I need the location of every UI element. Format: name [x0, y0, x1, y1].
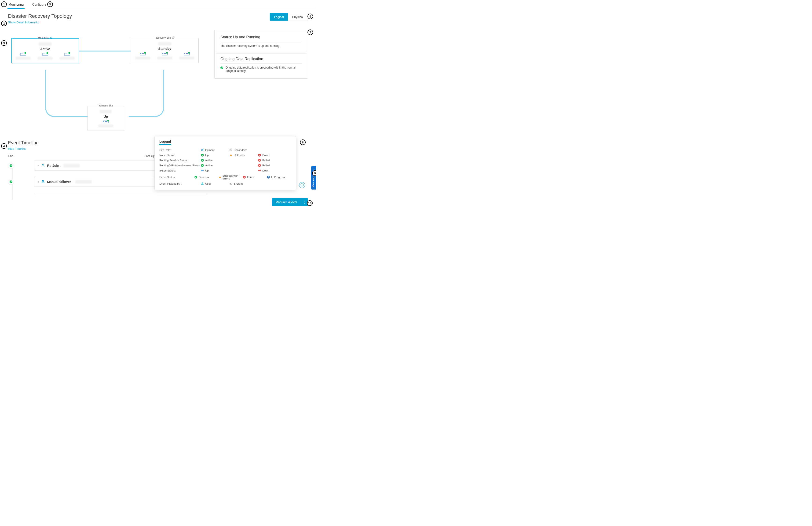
redacted-text	[157, 57, 172, 59]
view-toggle-logical[interactable]: Logical	[270, 13, 288, 20]
timeline-event-label: Re-Join -	[47, 164, 61, 167]
callout-1: 1	[1, 1, 7, 7]
success-icon	[201, 159, 204, 162]
legend-row: Node Status: Up Unknown Down	[159, 152, 291, 158]
status-up-title: Status: Up and Running	[220, 35, 302, 42]
failed-icon	[243, 176, 246, 178]
success-icon	[10, 180, 12, 183]
user-icon	[41, 163, 45, 167]
callout-4: 4	[1, 143, 7, 149]
callout-8: 8	[300, 140, 306, 145]
recovery-site-state: Standby	[133, 47, 196, 50]
device-icon	[140, 52, 146, 56]
warning-icon	[230, 154, 232, 157]
status-panel: Status: Up and Running The disaster reco…	[214, 30, 308, 78]
witness-site-state: Up	[90, 115, 121, 118]
legend-row: Routing VIP Advertisement Status: Active…	[159, 163, 291, 168]
info-icon-button[interactable]: ⓘ	[299, 182, 305, 188]
timeline-status-dot	[8, 179, 14, 185]
legend-title: Legend	[159, 140, 171, 145]
chevron-right-icon: ›	[38, 180, 39, 184]
warning-icon	[219, 176, 221, 178]
timeline-item	[8, 193, 308, 195]
failed-icon	[258, 164, 261, 167]
status-up-card: Status: Up and Running The disaster reco…	[216, 32, 306, 52]
legend-popover: Legend Site Role: Primary Secondary Node…	[155, 136, 296, 190]
redacted-text	[63, 164, 80, 167]
tab-configure[interactable]: Configure	[31, 0, 47, 9]
tab-monitoring[interactable]: Monitoring	[8, 0, 25, 9]
legend-row: Event Status: Success Success with Error…	[159, 173, 291, 181]
device-icon	[162, 52, 168, 56]
legend-row: Site Role: Primary Secondary	[159, 147, 291, 152]
legend-row: IPSec Status: Up Down	[159, 168, 291, 173]
action-menu-button[interactable]: ⋮	[301, 198, 308, 206]
redacted-text	[16, 57, 31, 60]
device-icon	[184, 52, 190, 56]
redacted-text	[98, 125, 113, 127]
main-site-label: Main Site	[38, 36, 53, 39]
success-icon	[201, 164, 204, 167]
interactive-help-tab[interactable]: Interactive Help	[311, 166, 316, 190]
success-icon	[10, 164, 12, 167]
status-repl-title: Ongoing Data Replication	[220, 57, 302, 64]
recovery-site-label: Recovery Site	[155, 36, 175, 39]
redacted-text	[179, 57, 194, 59]
secondary-icon	[230, 149, 232, 151]
redacted-text	[158, 42, 171, 45]
action-bar: Manual Failover ⋮	[272, 198, 308, 206]
callout-10: 10	[307, 200, 313, 206]
view-toggle-physical[interactable]: Physical	[288, 13, 308, 20]
chevron-right-icon: ›	[38, 164, 39, 167]
callout-2: 2	[1, 20, 7, 26]
redacted-text	[135, 57, 150, 59]
device-icon	[64, 52, 70, 56]
topology-canvas: Main Site Active Recovery Site Standb	[8, 29, 308, 136]
system-icon	[230, 182, 232, 185]
ipsec-up-icon	[201, 169, 204, 172]
user-icon	[201, 182, 204, 185]
recovery-site-box[interactable]: Recovery Site Standby	[131, 38, 199, 63]
status-up-desc: The disaster recovery system is up and r…	[220, 44, 302, 47]
witness-site-label: Witness Site	[99, 104, 113, 107]
redacted-text	[39, 42, 52, 46]
legend-row: Routing Session Status: Active Failed	[159, 158, 291, 163]
failed-icon	[258, 159, 261, 162]
failed-icon	[258, 154, 261, 157]
redacted-text	[38, 57, 53, 60]
device-icon	[103, 120, 109, 123]
timeline-end-label: End	[8, 154, 13, 158]
redacted-text	[60, 57, 75, 60]
primary-icon	[50, 37, 53, 39]
ipsec-down-icon	[258, 169, 261, 172]
status-replication-card: Ongoing Data Replication Ongoing data re…	[216, 53, 306, 77]
page-title: Disaster Recovery Topology	[8, 13, 308, 19]
secondary-icon	[172, 36, 175, 39]
manual-failover-button[interactable]: Manual Failover	[272, 198, 301, 206]
redacted-text	[100, 110, 112, 113]
callout-3: 3	[1, 40, 7, 46]
timeline-card-partial	[34, 193, 207, 195]
show-detail-link[interactable]: Show Detail Information	[8, 20, 40, 24]
timeline-status-dot	[8, 163, 14, 169]
main-site-box[interactable]: Main Site Active	[11, 38, 79, 63]
callout-7: 7	[307, 29, 313, 35]
success-icon	[220, 67, 223, 69]
callout-6: 6	[307, 14, 313, 19]
primary-icon	[201, 149, 204, 151]
callout-5: 5	[47, 1, 53, 7]
success-icon	[201, 154, 204, 157]
legend-row: Event Initiated by : User System	[159, 181, 291, 186]
device-icon	[20, 52, 26, 56]
in-progress-icon	[267, 176, 270, 178]
status-repl-desc: Ongoing data replication is proceeding w…	[226, 66, 302, 73]
hide-timeline-link[interactable]: Hide Timeline	[8, 147, 27, 150]
timeline-event-label: Manual failover -	[47, 180, 73, 184]
success-icon	[194, 176, 197, 178]
device-icon	[42, 52, 48, 56]
view-toggle: Logical Physical	[270, 13, 308, 21]
user-icon	[41, 180, 45, 184]
main-site-state: Active	[14, 47, 76, 51]
witness-site-box[interactable]: Witness Site Up	[88, 106, 124, 131]
redacted-text	[75, 180, 92, 184]
